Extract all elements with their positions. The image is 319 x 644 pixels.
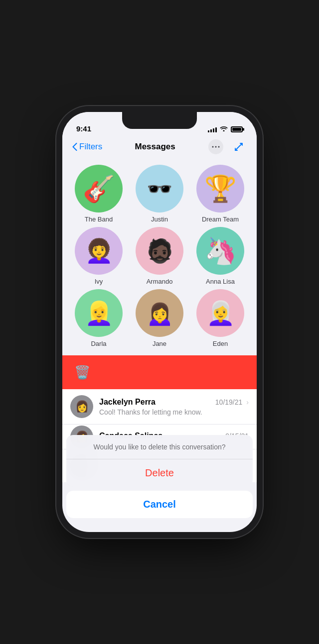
notch: [122, 112, 197, 129]
contact-name-dream-team: Dream Team: [202, 215, 239, 223]
status-icons: [208, 125, 243, 133]
trash-icon: 🗑️: [74, 365, 90, 380]
cancel-button[interactable]: Cancel: [66, 491, 253, 518]
cancel-sheet: Cancel: [66, 491, 253, 518]
contact-name-justin: Justin: [151, 215, 168, 223]
nav-actions: [208, 139, 247, 155]
avatar-justin: 🕶️: [136, 165, 183, 213]
contact-name-the-band: The Band: [85, 215, 113, 223]
action-sheet: Would you like to delete this conversati…: [66, 435, 253, 487]
avatar-jackelyn: 👩: [70, 395, 93, 418]
avatar-eden: 👩‍🦳: [196, 289, 244, 337]
pinned-contact-ivy[interactable]: 👩‍🦱 Ivy: [70, 227, 127, 285]
action-sheet-message: Would you like to delete this conversati…: [66, 435, 253, 459]
pinned-contact-eden[interactable]: 👩‍🦳 Eden: [192, 289, 249, 347]
message-content-jackelyn: Jackelyn Perra 10/19/21 › Cool! Thanks f…: [99, 398, 249, 416]
nav-bar: Filters Messages: [62, 137, 257, 161]
back-label: Filters: [79, 142, 102, 152]
delete-button[interactable]: Delete: [66, 459, 253, 487]
contact-name-armando: Armando: [147, 278, 173, 285]
avatar-darla: 👱‍♀️: [75, 289, 123, 337]
action-sheet-overlay: Would you like to delete this conversati…: [62, 435, 257, 532]
message-item-jackelyn[interactable]: 👩 Jackelyn Perra 10/19/21 › Cool! Thanks…: [62, 389, 257, 425]
message-preview-jackelyn: Cool! Thanks for letting me know.: [99, 408, 249, 416]
pinned-contact-justin[interactable]: 🕶️ Justin: [131, 165, 188, 223]
wifi-icon: [220, 125, 228, 133]
message-date-jackelyn: 10/19/21 ›: [215, 398, 249, 406]
avatar-dream-team: 🏆: [196, 165, 244, 213]
pinned-contact-armando[interactable]: 🧔🏿 Armando: [131, 227, 188, 285]
back-button[interactable]: Filters: [72, 142, 102, 152]
contact-name-eden: Eden: [213, 340, 228, 347]
more-button[interactable]: [208, 139, 224, 155]
pinned-contact-anna-lisa[interactable]: 🦄 Anna Lisa: [192, 227, 249, 285]
svg-point-1: [215, 146, 217, 148]
pinned-grid: 🎸 The Band 🕶️ Justin 🏆 Dream Team 👩‍🦱 Iv…: [62, 161, 257, 355]
page-title: Messages: [135, 142, 175, 152]
signal-icon: [208, 126, 217, 132]
status-time: 9:41: [76, 124, 91, 133]
avatar-anna-lisa: 🦄: [196, 227, 244, 275]
pinned-contact-jane[interactable]: 🙍‍♀️ Jane: [131, 289, 188, 347]
contact-name-jane: Jane: [153, 340, 166, 347]
avatar-the-band: 🎸: [75, 165, 123, 213]
message-sender-jackelyn: Jackelyn Perra: [99, 398, 156, 407]
battery-icon: [231, 126, 243, 132]
compose-button[interactable]: [231, 139, 247, 155]
contact-name-anna-lisa: Anna Lisa: [206, 278, 235, 285]
delete-bar[interactable]: 🗑️: [62, 355, 257, 389]
avatar-armando: 🧔🏿: [136, 227, 183, 275]
pinned-contact-darla[interactable]: 👱‍♀️ Darla: [70, 289, 127, 347]
avatar-ivy: 👩‍🦱: [75, 227, 123, 275]
phone-frame: 9:41: [62, 112, 257, 532]
pinned-contact-dream-team[interactable]: 🏆 Dream Team: [192, 165, 249, 223]
pinned-contact-the-band[interactable]: 🎸 The Band: [70, 165, 127, 223]
contact-name-ivy: Ivy: [95, 278, 103, 285]
svg-point-0: [212, 146, 214, 148]
svg-point-2: [218, 146, 220, 148]
contact-name-darla: Darla: [91, 340, 106, 347]
avatar-jane: 🙍‍♀️: [136, 289, 183, 337]
